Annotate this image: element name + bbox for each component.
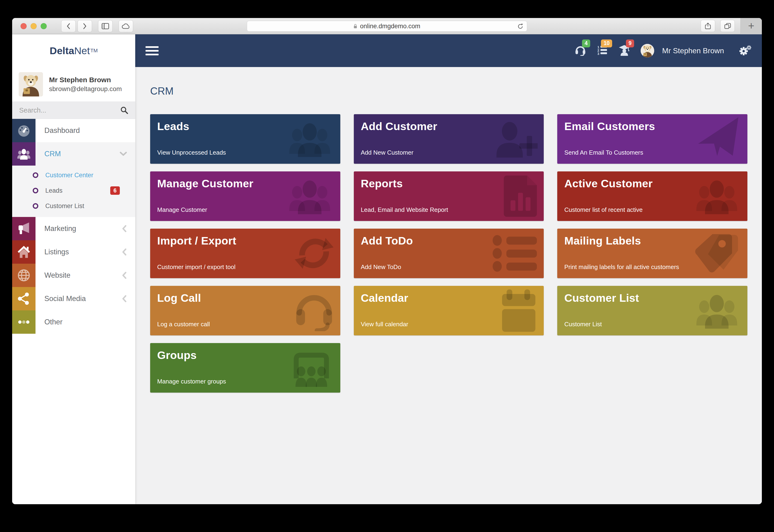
- sidebar-item-other[interactable]: Other: [12, 310, 135, 334]
- card-manage-customer[interactable]: Manage Customer Manage Customer: [150, 171, 340, 221]
- card-subtitle: View Unprocessed Leads: [157, 149, 226, 156]
- sidebar: DeltaNetTM Mr Stephen Brown sbrown@delta…: [12, 34, 135, 504]
- training-button[interactable]: 9: [619, 45, 630, 57]
- reload-button[interactable]: [517, 23, 524, 31]
- tags-icon: [693, 233, 741, 274]
- gauge-icon: [17, 123, 31, 138]
- headset-icon: [294, 290, 334, 331]
- sidebar-search: [12, 102, 135, 119]
- tabs-overview-button[interactable]: [720, 20, 735, 32]
- list-icon: [492, 234, 538, 273]
- sidebar-user-name: Mr Stephen Brown: [49, 76, 122, 84]
- submenu-item-customer-list[interactable]: Customer List: [12, 198, 135, 214]
- window-controls: [21, 23, 47, 29]
- card-grid: Leads View Unprocessed Leads Add Custome…: [150, 114, 747, 393]
- sidebar-item-crm[interactable]: CRM: [12, 142, 135, 166]
- card-subtitle: Customer list of recent active: [564, 206, 643, 213]
- sync-icon: [294, 233, 334, 273]
- sidebar-user-email: sbrown@deltagroup.com: [49, 85, 122, 93]
- chevron-down-icon: [120, 152, 127, 156]
- submenu-item-customer-center[interactable]: Customer Center: [12, 167, 135, 183]
- logo-tm: TM: [90, 48, 98, 54]
- card-subtitle: Send An Email To Customers: [564, 149, 643, 156]
- navbar-user-name[interactable]: Mr Stephen Brown: [662, 46, 724, 55]
- chevron-left-icon: [122, 225, 127, 232]
- tabs-icon: [724, 23, 731, 29]
- support-button[interactable]: 4: [575, 45, 586, 57]
- browser-toolbar: online.dmgdemo.com +: [12, 18, 762, 34]
- card-email-customers[interactable]: Email Customers Send An Email To Custome…: [557, 114, 747, 164]
- avatar[interactable]: [641, 44, 654, 57]
- browser-window: online.dmgdemo.com + DeltaNetTM Mr Steph…: [12, 18, 762, 504]
- card-leads[interactable]: Leads View Unprocessed Leads: [150, 114, 340, 164]
- sidebar-item-marketing[interactable]: Marketing: [12, 217, 135, 240]
- tasks-button[interactable]: 10: [597, 45, 608, 57]
- calendar-icon: [500, 289, 538, 332]
- search-input[interactable]: [19, 106, 117, 114]
- submenu-item-leads[interactable]: Leads 6: [12, 183, 135, 198]
- sidebar-panel-icon: [102, 23, 109, 29]
- card-add-customer[interactable]: Add Customer Add New Customer: [354, 114, 544, 164]
- search-icon[interactable]: [120, 106, 128, 114]
- chevron-left-icon: [66, 23, 71, 29]
- app-navbar: 4 10 9 Mr Stephen Brown: [135, 34, 762, 67]
- chevron-right-icon: [83, 23, 87, 29]
- home-icon: [17, 245, 31, 259]
- url-field[interactable]: online.dmgdemo.com: [247, 21, 527, 32]
- training-badge: 9: [626, 39, 634, 47]
- settings-button[interactable]: [739, 45, 752, 57]
- card-reports[interactable]: Reports Lead, Email and Website Report: [354, 171, 544, 221]
- card-customer-list[interactable]: Customer List Customer List: [557, 286, 747, 335]
- users-icon: [692, 291, 741, 330]
- users-icon: [285, 119, 334, 159]
- sidebar-toggle-button[interactable]: [98, 20, 113, 32]
- users-icon: [692, 177, 741, 216]
- card-calendar[interactable]: Calendar View full calendar: [354, 286, 544, 335]
- card-groups[interactable]: Groups Manage customer groups: [150, 343, 340, 393]
- menu-toggle-button[interactable]: [146, 46, 159, 55]
- lock-icon: [354, 24, 357, 28]
- chevron-left-icon: [122, 272, 127, 279]
- back-button[interactable]: [61, 20, 76, 32]
- sidebar-item-listings[interactable]: Listings: [12, 240, 135, 264]
- chevron-left-icon: [122, 295, 127, 302]
- new-tab-button[interactable]: +: [740, 18, 762, 34]
- logo: DeltaNetTM: [12, 34, 135, 67]
- tasks-badge: 10: [601, 39, 612, 47]
- card-subtitle: Add New Customer: [361, 149, 413, 156]
- group-icon: [288, 348, 334, 388]
- card-subtitle: Customer import / export tool: [157, 263, 235, 271]
- reload-icon: [517, 23, 524, 30]
- sidebar-item-website[interactable]: Website: [12, 264, 135, 287]
- radio-icon: [33, 188, 38, 193]
- sidebar-item-social-media[interactable]: Social Media: [12, 287, 135, 310]
- card-mailing-labels[interactable]: Mailing Labels Print mailing labels for …: [557, 229, 747, 278]
- zoom-window-button[interactable]: [41, 23, 47, 29]
- plus-icon: +: [748, 20, 754, 31]
- main-content: CRM Leads View Unprocessed Leads Add Cus…: [135, 67, 762, 393]
- cloud-icon: [122, 23, 130, 29]
- leads-count-badge: 6: [110, 186, 120, 195]
- url-text: online.dmgdemo.com: [360, 23, 420, 30]
- chevron-left-icon: [122, 248, 127, 255]
- card-add-todo[interactable]: Add ToDo Add New ToDo: [354, 229, 544, 278]
- card-subtitle: Customer List: [564, 321, 602, 328]
- card-log-call[interactable]: Log Call Log a customer call: [150, 286, 340, 335]
- card-active-customer[interactable]: Active Customer Customer list of recent …: [557, 171, 747, 221]
- card-subtitle: Lead, Email and Website Report: [361, 206, 448, 213]
- ellipsis-icon: [17, 315, 31, 329]
- sidebar-item-dashboard[interactable]: Dashboard: [12, 119, 135, 142]
- share-nodes-icon: [17, 292, 31, 306]
- downloads-button[interactable]: [119, 20, 133, 32]
- card-import-export[interactable]: Import / Export Customer import / export…: [150, 229, 340, 278]
- share-button[interactable]: [701, 20, 715, 32]
- forward-button[interactable]: [78, 20, 92, 32]
- globe-icon: [17, 268, 31, 283]
- card-subtitle: Manage customer groups: [157, 378, 226, 385]
- minimize-window-button[interactable]: [31, 23, 37, 29]
- card-subtitle: View full calendar: [361, 321, 408, 328]
- close-window-button[interactable]: [21, 23, 27, 29]
- megaphone-icon: [17, 222, 31, 236]
- gears-icon: [739, 45, 752, 56]
- users-icon: [16, 148, 31, 160]
